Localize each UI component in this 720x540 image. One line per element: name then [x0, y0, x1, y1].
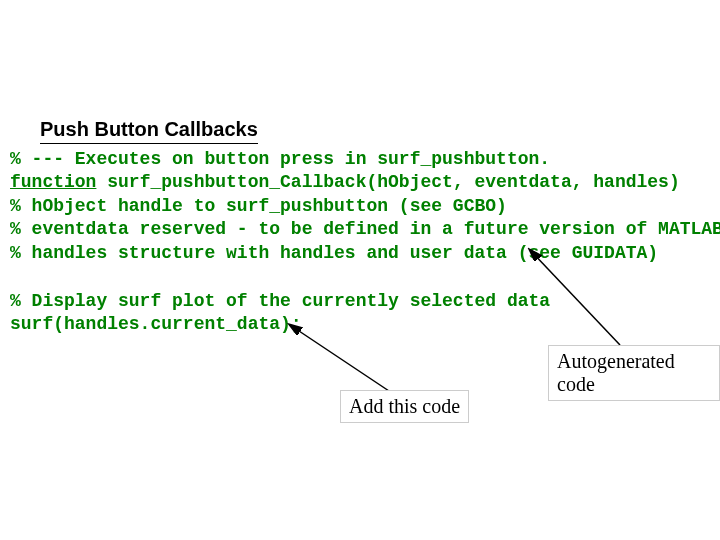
code-line: % --- Executes on button press in surf_p… [10, 148, 720, 171]
code-line: % Display surf plot of the currently sel… [10, 290, 550, 313]
keyword-function: function [10, 172, 96, 192]
svg-line-0 [530, 250, 620, 345]
section-title: Push Button Callbacks [40, 118, 258, 144]
label-autogenerated: Autogenerated code [548, 345, 720, 401]
code-line: % eventdata reserved - to be defined in … [10, 218, 720, 241]
code-text: surf_pushbutton_Callback(hObject, eventd… [96, 172, 679, 192]
label-add-code: Add this code [340, 390, 469, 423]
code-line: % hObject handle to surf_pushbutton (see… [10, 195, 720, 218]
code-line: function surf_pushbutton_Callback(hObjec… [10, 171, 720, 194]
arrow-to-autogen [500, 240, 650, 360]
svg-line-1 [290, 325, 395, 395]
